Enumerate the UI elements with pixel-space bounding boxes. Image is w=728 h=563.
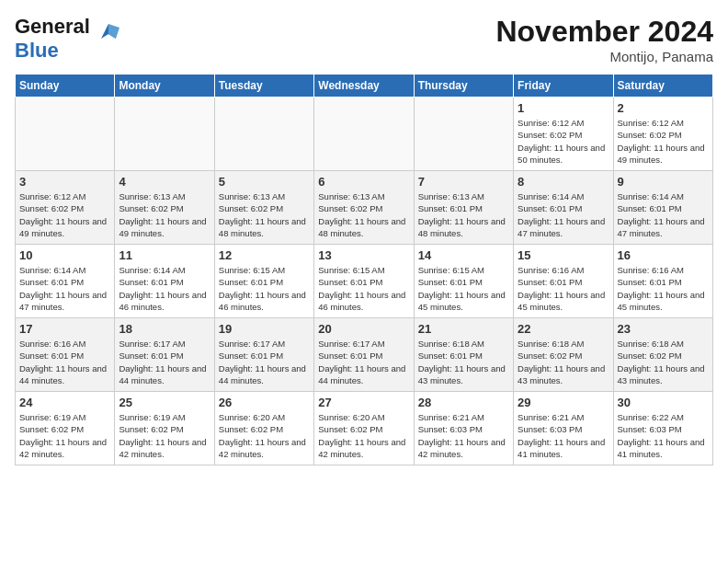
day-info: Sunset: 6:02 PM: [119, 202, 210, 214]
day-info: Sunrise: 6:12 AM: [19, 190, 110, 202]
day-number: 25: [119, 396, 210, 409]
calendar-header-row: SundayMondayTuesdayWednesdayThursdayFrid…: [16, 75, 713, 98]
calendar-day-cell: [115, 98, 214, 171]
day-number: 12: [219, 248, 310, 262]
weekday-header: Sunday: [16, 75, 115, 98]
day-info: Sunset: 6:03 PM: [618, 423, 709, 435]
calendar-day-cell: 15Sunrise: 6:16 AMSunset: 6:01 PMDayligh…: [514, 245, 613, 318]
calendar-day-cell: 23Sunrise: 6:18 AMSunset: 6:02 PMDayligh…: [613, 318, 712, 392]
day-info: Daylight: 11 hours and 42 minutes.: [318, 436, 409, 461]
day-info: Sunset: 6:02 PM: [19, 202, 110, 214]
calendar-day-cell: 25Sunrise: 6:19 AMSunset: 6:02 PMDayligh…: [115, 392, 214, 465]
weekday-header: Tuesday: [214, 75, 313, 98]
day-info: Sunset: 6:02 PM: [119, 423, 210, 435]
calendar-day-cell: 17Sunrise: 6:16 AMSunset: 6:01 PMDayligh…: [16, 318, 115, 392]
day-info: Sunrise: 6:14 AM: [518, 190, 609, 202]
day-info: Sunset: 6:01 PM: [618, 276, 709, 288]
day-info: Sunset: 6:01 PM: [418, 350, 509, 362]
day-number: 28: [418, 396, 509, 409]
day-info: Sunset: 6:02 PM: [618, 350, 709, 362]
day-number: 21: [418, 322, 509, 336]
day-info: Sunset: 6:02 PM: [618, 129, 709, 141]
day-number: 19: [219, 322, 310, 336]
calendar-day-cell: 8Sunrise: 6:14 AMSunset: 6:01 PMDaylight…: [514, 171, 613, 245]
day-info: Daylight: 11 hours and 45 minutes.: [418, 289, 509, 314]
calendar-week-row: 10Sunrise: 6:14 AMSunset: 6:01 PMDayligh…: [16, 245, 713, 318]
day-info: Sunset: 6:01 PM: [19, 276, 110, 288]
day-info: Sunset: 6:01 PM: [219, 350, 310, 362]
calendar-week-row: 24Sunrise: 6:19 AMSunset: 6:02 PMDayligh…: [16, 392, 713, 465]
day-info: Sunset: 6:02 PM: [318, 423, 409, 435]
day-number: 2: [618, 101, 709, 115]
calendar-day-cell: 2Sunrise: 6:12 AMSunset: 6:02 PMDaylight…: [613, 98, 712, 171]
calendar-day-cell: [214, 98, 313, 171]
day-number: 6: [318, 175, 409, 189]
day-info: Sunset: 6:01 PM: [19, 350, 110, 362]
day-info: Daylight: 11 hours and 45 minutes.: [518, 289, 609, 314]
day-info: Sunrise: 6:13 AM: [418, 190, 509, 202]
day-info: Sunset: 6:01 PM: [418, 202, 509, 214]
day-info: Daylight: 11 hours and 50 minutes.: [518, 142, 609, 167]
day-info: Sunrise: 6:20 AM: [318, 411, 409, 423]
day-info: Daylight: 11 hours and 41 minutes.: [518, 436, 609, 461]
day-info: Sunrise: 6:19 AM: [119, 411, 210, 423]
calendar-day-cell: 12Sunrise: 6:15 AMSunset: 6:01 PMDayligh…: [214, 245, 313, 318]
day-info: Sunrise: 6:13 AM: [119, 190, 210, 202]
day-info: Daylight: 11 hours and 46 minutes.: [119, 289, 210, 314]
day-info: Sunrise: 6:12 AM: [618, 117, 709, 129]
calendar-day-cell: [414, 98, 513, 171]
title-block: November 2024 Montijo, Panama: [495, 15, 713, 64]
day-number: 15: [518, 248, 609, 262]
day-info: Sunrise: 6:14 AM: [19, 264, 110, 276]
month-title: November 2024: [495, 15, 713, 49]
day-number: 24: [19, 396, 110, 409]
day-info: Sunset: 6:03 PM: [518, 423, 609, 435]
day-info: Sunset: 6:01 PM: [219, 276, 310, 288]
calendar-day-cell: 24Sunrise: 6:19 AMSunset: 6:02 PMDayligh…: [16, 392, 115, 465]
logo: General Blue: [15, 15, 123, 63]
calendar-week-row: 3Sunrise: 6:12 AMSunset: 6:02 PMDaylight…: [16, 171, 713, 245]
day-number: 13: [318, 248, 409, 262]
day-number: 29: [518, 396, 609, 409]
day-info: Daylight: 11 hours and 42 minutes.: [418, 436, 509, 461]
day-info: Daylight: 11 hours and 47 minutes.: [618, 215, 709, 240]
day-info: Sunrise: 6:20 AM: [219, 411, 310, 423]
day-info: Sunrise: 6:16 AM: [518, 264, 609, 276]
day-info: Daylight: 11 hours and 47 minutes.: [518, 215, 609, 240]
day-number: 23: [618, 322, 709, 336]
day-info: Sunrise: 6:22 AM: [618, 411, 709, 423]
day-info: Sunset: 6:03 PM: [418, 423, 509, 435]
day-number: 26: [219, 396, 310, 409]
day-info: Daylight: 11 hours and 43 minutes.: [418, 362, 509, 387]
calendar-week-row: 17Sunrise: 6:16 AMSunset: 6:01 PMDayligh…: [16, 318, 713, 392]
calendar-day-cell: 9Sunrise: 6:14 AMSunset: 6:01 PMDaylight…: [613, 171, 712, 245]
day-info: Sunrise: 6:21 AM: [418, 411, 509, 423]
day-number: 3: [19, 175, 110, 189]
calendar-day-cell: 20Sunrise: 6:17 AMSunset: 6:01 PMDayligh…: [314, 318, 414, 392]
day-info: Sunset: 6:01 PM: [618, 202, 709, 214]
day-info: Daylight: 11 hours and 46 minutes.: [219, 289, 310, 314]
day-info: Sunset: 6:01 PM: [119, 350, 210, 362]
calendar-table: SundayMondayTuesdayWednesdayThursdayFrid…: [15, 74, 713, 465]
day-info: Sunrise: 6:18 AM: [518, 338, 609, 350]
day-info: Sunrise: 6:15 AM: [318, 264, 409, 276]
day-info: Daylight: 11 hours and 49 minutes.: [119, 215, 210, 240]
calendar-day-cell: 3Sunrise: 6:12 AMSunset: 6:02 PMDaylight…: [16, 171, 115, 245]
calendar-day-cell: 28Sunrise: 6:21 AMSunset: 6:03 PMDayligh…: [414, 392, 513, 465]
day-info: Daylight: 11 hours and 42 minutes.: [219, 436, 310, 461]
day-number: 8: [518, 175, 609, 189]
calendar-day-cell: 5Sunrise: 6:13 AMSunset: 6:02 PMDaylight…: [214, 171, 313, 245]
day-info: Sunrise: 6:12 AM: [518, 117, 609, 129]
weekday-header: Saturday: [613, 75, 712, 98]
day-number: 9: [618, 175, 709, 189]
calendar-day-cell: 13Sunrise: 6:15 AMSunset: 6:01 PMDayligh…: [314, 245, 414, 318]
weekday-header: Wednesday: [314, 75, 414, 98]
weekday-header: Friday: [514, 75, 613, 98]
location: Montijo, Panama: [495, 49, 713, 64]
day-info: Sunrise: 6:18 AM: [618, 338, 709, 350]
day-info: Sunrise: 6:15 AM: [219, 264, 310, 276]
day-info: Daylight: 11 hours and 49 minutes.: [618, 142, 709, 167]
day-number: 20: [318, 322, 409, 336]
day-info: Sunset: 6:01 PM: [518, 276, 609, 288]
calendar-day-cell: 21Sunrise: 6:18 AMSunset: 6:01 PMDayligh…: [414, 318, 513, 392]
